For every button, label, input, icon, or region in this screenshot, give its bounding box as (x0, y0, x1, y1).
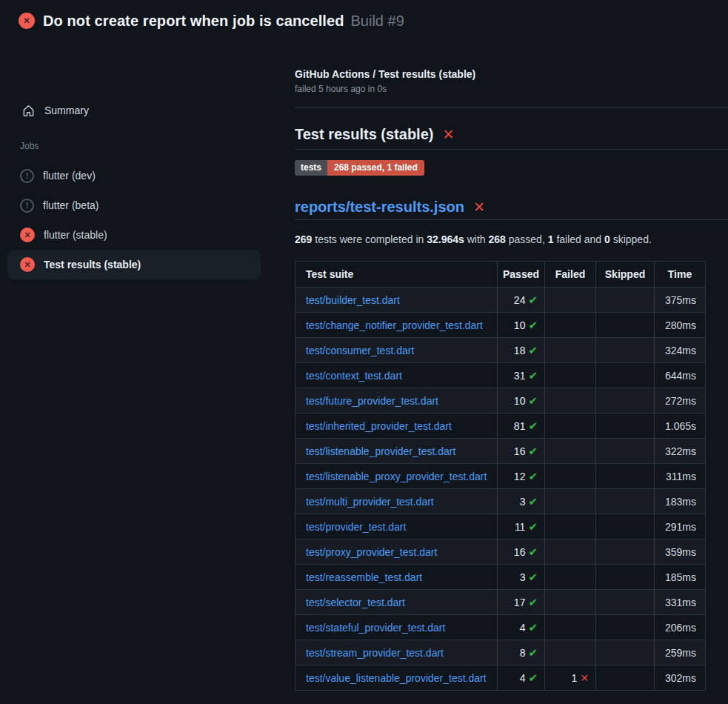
passed-cell: 8✔ (498, 640, 545, 665)
failed-cell (545, 288, 596, 313)
table-row: test/inherited_provider_test.dart81✔1.06… (295, 414, 706, 439)
x-failed-icon: ✕ (473, 199, 485, 216)
passed-cell: 10✔ (498, 388, 545, 414)
passed-cell: 10✔ (498, 313, 545, 338)
failed-cell (545, 313, 596, 338)
failed-cell (545, 640, 596, 665)
test-suite-link[interactable]: test/multi_provider_test.dart (306, 496, 434, 508)
sidebar-summary-label: Summary (44, 104, 89, 116)
test-suite-link[interactable]: test/provider_test.dart (306, 521, 406, 533)
time-cell: 259ms (655, 640, 706, 665)
skipped-cell (596, 464, 655, 489)
passed-count: 81 (514, 420, 526, 432)
test-suite-cell: test/consumer_test.dart (295, 338, 498, 363)
test-suite-link[interactable]: test/stream_provider_test.dart (306, 647, 444, 659)
check-icon: ✔ (528, 394, 538, 407)
divider (295, 107, 728, 108)
main-content: GitHub Actions / Test results (stable) f… (295, 0, 728, 704)
table-row: test/builder_test.dart24✔375ms (295, 288, 706, 313)
check-icon: ✔ (528, 293, 538, 306)
skipped-cell (596, 565, 655, 590)
test-suite-cell: test/future_provider_test.dart (295, 388, 498, 414)
sidebar-item-flutter-dev[interactable]: !flutter (dev) (7, 161, 261, 190)
test-suite-link[interactable]: test/proxy_provider_test.dart (306, 546, 437, 558)
time-cell: 644ms (655, 363, 706, 388)
skipped-cell (596, 514, 655, 539)
passed-cell: 16✔ (498, 539, 545, 565)
failed-cell: 1✕ (545, 665, 596, 691)
time-cell: 375ms (655, 288, 706, 313)
passed-count: 24 (514, 294, 526, 306)
sidebar-item-flutter-stable[interactable]: ✕flutter (stable) (7, 220, 261, 250)
time-cell: 185ms (655, 565, 706, 590)
test-suite-cell: test/multi_provider_test.dart (295, 489, 498, 514)
time-cell: 322ms (655, 439, 706, 464)
check-icon: ✔ (528, 369, 538, 382)
summary-text: 269 tests were completed in 32.964s with… (295, 233, 652, 245)
sidebar-item-summary[interactable]: Summary (22, 101, 89, 120)
test-suite-link[interactable]: test/listenable_provider_test.dart (306, 445, 455, 457)
passed-cell: 17✔ (498, 590, 545, 615)
passed-count: 17 (514, 597, 526, 608)
test-suite-cell: test/proxy_provider_test.dart (295, 539, 498, 565)
test-suite-link[interactable]: test/builder_test.dart (306, 294, 400, 306)
test-suite-link[interactable]: test/value_listenable_provider_test.dart (306, 672, 487, 684)
passed-count: 12 (514, 471, 526, 482)
test-suite-link[interactable]: test/inherited_provider_test.dart (306, 420, 452, 432)
sidebar-item-flutter-beta[interactable]: !flutter (beta) (7, 190, 261, 220)
check-icon: ✔ (528, 571, 538, 583)
failed-cell (545, 539, 596, 565)
test-suite-link[interactable]: test/reassemble_test.dart (306, 571, 422, 583)
check-icon: ✔ (528, 520, 538, 533)
test-suite-cell: test/listenable_provider_test.dart (295, 439, 498, 464)
table-body: test/builder_test.dart24✔375mstest/chang… (295, 288, 706, 691)
table-row: test/stream_provider_test.dart8✔259ms (295, 640, 706, 665)
test-suite-link[interactable]: test/consumer_test.dart (306, 345, 414, 356)
skipped-cell (596, 338, 655, 363)
test-suite-cell: test/selector_test.dart (295, 590, 498, 615)
table-header-skipped: Skipped (596, 262, 655, 288)
table-row: test/future_provider_test.dart10✔272ms (295, 388, 706, 414)
badge-label: tests (295, 160, 327, 176)
report-title-link[interactable]: reports/test-results.json ✕ (295, 199, 485, 216)
test-suite-link[interactable]: test/future_provider_test.dart (306, 395, 438, 407)
check-icon: ✔ (528, 671, 538, 684)
check-icon: ✔ (528, 545, 538, 558)
failed-cell (545, 414, 596, 439)
test-suite-link[interactable]: test/context_test.dart (306, 370, 402, 382)
table-row: test/listenable_proxy_provider_test.dart… (295, 464, 706, 489)
test-suite-cell: test/listenable_proxy_provider_test.dart (295, 464, 498, 489)
table-row: test/selector_test.dart17✔331ms (295, 590, 706, 615)
test-suite-link[interactable]: test/stateful_provider_test.dart (306, 622, 445, 634)
passed-cell: 3✔ (498, 565, 545, 590)
time-cell: 272ms (655, 388, 706, 414)
sidebar-item-label: flutter (beta) (43, 199, 98, 211)
test-suite-link[interactable]: test/selector_test.dart (306, 597, 405, 608)
test-suite-cell: test/stream_provider_test.dart (295, 640, 498, 665)
passed-count: 10 (514, 319, 526, 331)
skipped-cell (596, 489, 655, 514)
failed-cell (545, 514, 596, 539)
check-icon: ✔ (528, 621, 538, 634)
divider (295, 149, 728, 150)
test-suite-cell: test/provider_test.dart (295, 514, 498, 539)
sidebar-item-label: Test results (stable) (44, 259, 141, 270)
time-cell: 331ms (655, 590, 706, 615)
table-row: test/context_test.dart31✔644ms (295, 363, 706, 388)
table-row: test/provider_test.dart11✔291ms (295, 514, 706, 539)
skipped-cell (596, 414, 655, 439)
sidebar: Summary Jobs !flutter (dev)!flutter (bet… (0, 41, 289, 704)
test-suite-link[interactable]: test/listenable_proxy_provider_test.dart (306, 471, 487, 482)
check-icon: ✔ (528, 646, 538, 659)
table-row: test/stateful_provider_test.dart4✔206ms (295, 615, 706, 640)
failed-cell (545, 489, 596, 514)
table-header-passed: Passed (498, 262, 545, 288)
tests-status-badge: tests 268 passed, 1 failed (295, 160, 424, 176)
test-suite-link[interactable]: test/change_notifier_provider_test.dart (306, 319, 483, 331)
passed-count: 18 (514, 345, 526, 356)
failed-cell (545, 565, 596, 590)
time-cell: 311ms (655, 464, 706, 489)
passed-cell: 31✔ (498, 363, 545, 388)
sidebar-item-test-results-stable[interactable]: ✕Test results (stable) (7, 250, 261, 279)
neutral-icon: ! (20, 169, 34, 183)
